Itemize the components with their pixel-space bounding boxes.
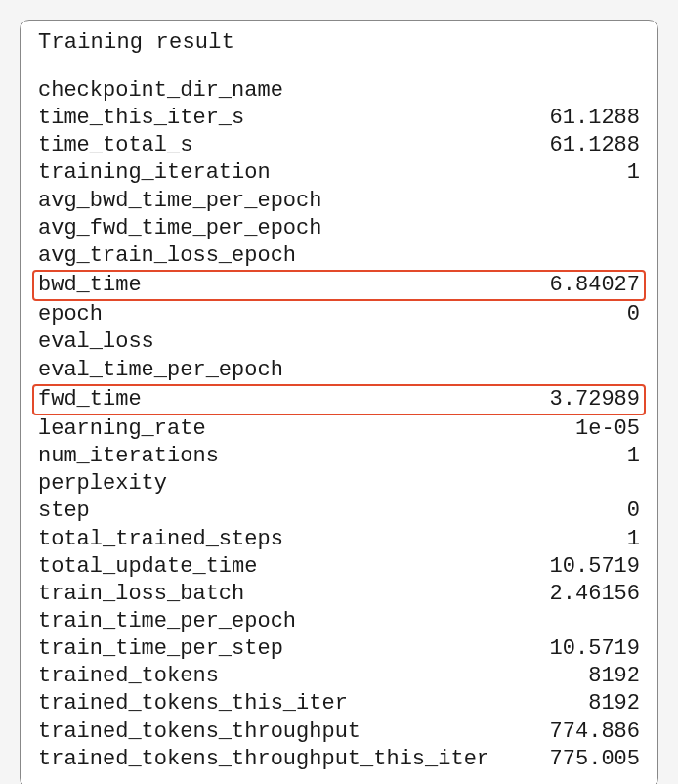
metric-row: trained_tokens_this_iter8192 (38, 690, 640, 718)
metric-row: total_update_time10.5719 (38, 553, 640, 581)
metric-row: bwd_time6.84027 (32, 270, 646, 301)
metric-value: 8192 (588, 663, 640, 690)
metric-key: avg_fwd_time_per_epoch (38, 215, 321, 242)
metric-key: total_trained_steps (38, 526, 283, 553)
metric-row: avg_train_loss_epoch (38, 242, 640, 270)
metric-key: trained_tokens_throughput_this_iter (38, 746, 489, 773)
metric-key: eval_time_per_epoch (38, 357, 283, 384)
metric-value: 0 (627, 301, 640, 328)
metric-key: checkpoint_dir_name (38, 77, 283, 105)
metric-row: avg_bwd_time_per_epoch (38, 188, 640, 215)
metric-row: trained_tokens_throughput_this_iter775.0… (38, 746, 640, 773)
metric-value: 1 (627, 526, 640, 553)
metric-key: total_update_time (38, 553, 257, 581)
metric-value: 6.84027 (550, 272, 640, 299)
metric-key: time_this_iter_s (38, 105, 244, 132)
metric-key: perplexity (38, 470, 167, 498)
metric-key: train_loss_batch (38, 581, 244, 608)
metric-key: training_iteration (38, 159, 271, 187)
metric-value: 0 (627, 498, 640, 525)
metric-row: learning_rate1e-05 (38, 415, 640, 443)
metric-key: train_time_per_epoch (38, 608, 296, 635)
metric-key: num_iterations (38, 443, 219, 470)
metric-key: time_total_s (38, 132, 192, 159)
metric-row: train_time_per_epoch (38, 608, 640, 635)
metric-value: 775.005 (550, 746, 640, 773)
metric-row: trained_tokens8192 (38, 663, 640, 690)
metric-key: trained_tokens (38, 663, 219, 690)
metric-value: 2.46156 (550, 581, 640, 608)
metric-value: 1e-05 (575, 415, 640, 443)
metric-key: step (38, 498, 90, 525)
metric-key: fwd_time (38, 386, 142, 414)
panel-body: checkpoint_dir_nametime_this_iter_s61.12… (21, 65, 657, 784)
metric-row: train_loss_batch2.46156 (38, 581, 640, 608)
metric-row: num_iterations1 (38, 443, 640, 470)
metric-value: 3.72989 (550, 386, 640, 414)
metric-key: learning_rate (38, 415, 206, 443)
metric-key: trained_tokens_throughput (38, 719, 360, 746)
metric-row: eval_loss (38, 328, 640, 356)
metric-value: 61.1288 (550, 132, 640, 159)
metric-key: eval_loss (38, 328, 154, 356)
metric-row: perplexity (38, 470, 640, 498)
metric-value: 774.886 (550, 719, 640, 746)
metric-row: time_total_s61.1288 (38, 132, 640, 159)
metrics-list: checkpoint_dir_nametime_this_iter_s61.12… (38, 77, 640, 773)
metric-row: time_this_iter_s61.1288 (38, 105, 640, 132)
metric-value: 8192 (588, 690, 640, 718)
metric-key: bwd_time (38, 272, 142, 299)
metric-value: 10.5719 (550, 635, 640, 663)
metric-row: training_iteration1 (38, 159, 640, 187)
metric-row: step0 (38, 498, 640, 525)
metric-row: avg_fwd_time_per_epoch (38, 215, 640, 242)
metric-value: 61.1288 (550, 105, 640, 132)
metric-value: 1 (627, 159, 640, 187)
metric-key: epoch (38, 301, 103, 328)
metric-value: 1 (627, 443, 640, 470)
metric-key: avg_bwd_time_per_epoch (38, 188, 321, 215)
metric-row: trained_tokens_throughput774.886 (38, 719, 640, 746)
metric-row: train_time_per_step10.5719 (38, 635, 640, 663)
metric-key: trained_tokens_this_iter (38, 690, 348, 718)
metric-row: epoch0 (38, 301, 640, 328)
metric-row: total_trained_steps1 (38, 526, 640, 553)
metric-key: avg_train_loss_epoch (38, 242, 296, 270)
metric-value: 10.5719 (550, 553, 640, 581)
metric-row: checkpoint_dir_name (38, 77, 640, 105)
metric-row: eval_time_per_epoch (38, 357, 640, 384)
training-result-panel: Training result checkpoint_dir_nametime_… (20, 20, 658, 784)
metric-key: train_time_per_step (38, 635, 283, 663)
panel-title: Training result (21, 21, 657, 65)
metric-row: fwd_time3.72989 (32, 384, 646, 415)
